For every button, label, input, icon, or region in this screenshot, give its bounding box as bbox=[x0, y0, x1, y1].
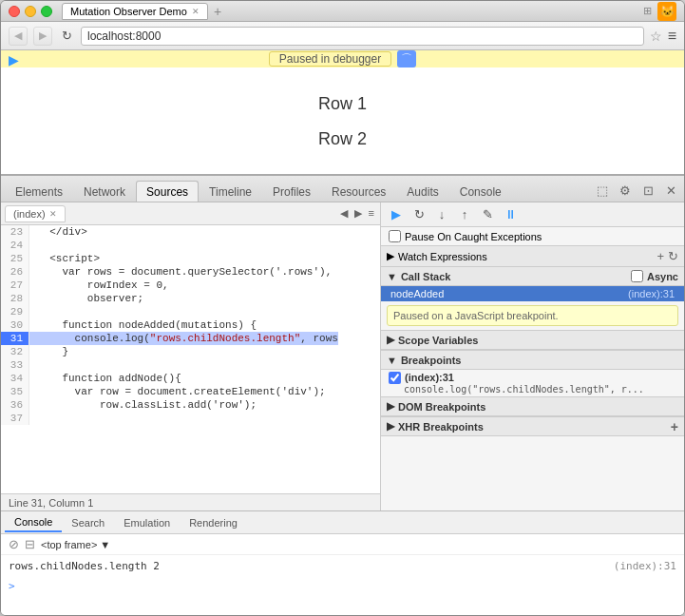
line-number: 28 bbox=[1, 292, 29, 305]
tab-profiles[interactable]: Profiles bbox=[262, 181, 321, 202]
line-content: var row = document.createElement('div'); bbox=[29, 385, 326, 398]
tab-timeline[interactable]: Timeline bbox=[199, 181, 262, 202]
source-tab-close[interactable]: ✕ bbox=[49, 209, 57, 219]
call-stack-section: ▼ Call Stack Async nodeAdded (index):31 … bbox=[381, 267, 684, 331]
line-content: function addNode(){ bbox=[29, 372, 181, 385]
step-over-button[interactable]: ↻ bbox=[409, 206, 428, 223]
line-number: 26 bbox=[1, 265, 29, 279]
tab-title: Mutation Observer Demo bbox=[70, 6, 187, 17]
clear-console-button[interactable]: ⊘ bbox=[9, 537, 19, 551]
step-out-button[interactable]: ↑ bbox=[455, 206, 474, 223]
traffic-lights bbox=[9, 6, 52, 17]
console-output-line: rows.childNodes.length 2 (index):31 bbox=[9, 559, 676, 573]
bookmark-button[interactable]: ☆ bbox=[650, 29, 662, 44]
code-line-29[interactable]: 29 bbox=[1, 305, 380, 318]
code-line-23[interactable]: 23 </div> bbox=[1, 225, 380, 239]
breakpoints-header[interactable]: ▼ Breakpoints bbox=[381, 351, 684, 370]
tab-emulation-bottom[interactable]: Emulation bbox=[114, 514, 180, 531]
pause-button[interactable]: ⏸ bbox=[501, 206, 520, 223]
code-line-25[interactable]: 25 <script> bbox=[1, 252, 380, 265]
code-line-26[interactable]: 26 var rows = document.querySelector('.r… bbox=[1, 265, 380, 279]
breakpoint-checkbox[interactable] bbox=[389, 372, 401, 384]
source-menu-button[interactable]: ≡ bbox=[367, 205, 376, 221]
add-watch-button[interactable]: + bbox=[656, 249, 664, 263]
resume-button[interactable]: ⌒ bbox=[397, 50, 416, 67]
code-line-34[interactable]: 34 function addNode(){ bbox=[1, 372, 380, 385]
line-number: 30 bbox=[1, 318, 29, 332]
tab-elements[interactable]: Elements bbox=[5, 181, 73, 202]
minimize-button[interactable] bbox=[25, 6, 36, 17]
deactivate-button[interactable]: ✎ bbox=[478, 206, 497, 223]
address-bar[interactable]: localhost:8000 bbox=[81, 27, 644, 46]
scope-header[interactable]: ▶ Scope Variables bbox=[381, 331, 684, 350]
source-prev-button[interactable]: ◀ bbox=[338, 205, 350, 221]
watch-expressions-section: ▶ Watch Expressions + ↻ bbox=[381, 246, 684, 267]
filter-console-button[interactable]: ⊟ bbox=[25, 537, 35, 551]
source-next-button[interactable]: ▶ bbox=[352, 205, 364, 221]
frame-label: <top frame> bbox=[41, 539, 97, 550]
code-line-33[interactable]: 33 bbox=[1, 358, 380, 372]
frame-selector[interactable]: <top frame> ▼ bbox=[41, 539, 110, 550]
resume-debug-button[interactable]: ▶ bbox=[387, 206, 406, 223]
pause-on-caught-checkbox[interactable] bbox=[389, 230, 401, 242]
tab-network[interactable]: Network bbox=[73, 181, 136, 202]
console-input[interactable] bbox=[21, 580, 676, 592]
code-line-36[interactable]: 36 row.classList.add('row'); bbox=[1, 398, 380, 412]
line-content bbox=[29, 412, 37, 425]
code-line-27[interactable]: 27 rowIndex = 0, bbox=[1, 279, 380, 292]
devtools-body: (index) ✕ ◀ ▶ ≡ 23 </div>2425 <script>26… bbox=[1, 202, 684, 510]
settings-icon[interactable]: ⚙ bbox=[616, 182, 635, 199]
line-number: 34 bbox=[1, 372, 29, 385]
console-toolbar: ⊘ ⊟ <top frame> ▼ bbox=[1, 534, 684, 555]
new-tab-button[interactable]: + bbox=[214, 4, 221, 19]
refresh-watch-button[interactable]: ↻ bbox=[668, 249, 678, 263]
refresh-button[interactable]: ↻ bbox=[58, 28, 75, 45]
forward-icon: ▶ bbox=[39, 29, 47, 42]
dom-breakpoints-header[interactable]: ▶ DOM Breakpoints bbox=[381, 397, 684, 416]
tab-resources[interactable]: Resources bbox=[321, 181, 396, 202]
tab-console-bottom[interactable]: Console bbox=[5, 513, 62, 532]
dock-icon[interactable]: ⬚ bbox=[593, 182, 612, 199]
async-toggle[interactable]: Async bbox=[631, 270, 678, 282]
frame-arrow: ▼ bbox=[100, 539, 110, 550]
tab-sources[interactable]: Sources bbox=[136, 181, 199, 202]
tab-rendering-bottom[interactable]: Rendering bbox=[180, 514, 247, 531]
call-stack-item-active[interactable]: nodeAdded (index):31 bbox=[381, 286, 684, 301]
xhr-breakpoints-header[interactable]: ▶ XHR Breakpoints + bbox=[381, 417, 684, 436]
code-line-24[interactable]: 24 bbox=[1, 239, 380, 252]
line-number: 32 bbox=[1, 345, 29, 358]
code-line-32[interactable]: 32 } bbox=[1, 345, 380, 358]
code-line-31[interactable]: 31 console.log("rows.childNodes.length",… bbox=[1, 332, 380, 345]
scope-label: Scope Variables bbox=[398, 335, 478, 346]
code-line-37[interactable]: 37 bbox=[1, 412, 380, 425]
cs-item-name: nodeAdded bbox=[390, 288, 444, 299]
step-into-button[interactable]: ↓ bbox=[432, 206, 451, 223]
refresh-icon: ↻ bbox=[62, 29, 72, 43]
forward-button[interactable]: ▶ bbox=[33, 27, 52, 46]
code-editor[interactable]: 23 </div>2425 <script>26 var rows = docu… bbox=[1, 225, 380, 493]
layout-icon[interactable]: ⊡ bbox=[638, 182, 657, 199]
nav-toolbar: ◀ ▶ ↻ localhost:8000 ☆ ≡ bbox=[1, 22, 684, 50]
xhr-bp-label: XHR Breakpoints bbox=[398, 421, 484, 433]
tab-console[interactable]: Console bbox=[449, 181, 512, 202]
tab-search-bottom[interactable]: Search bbox=[62, 514, 114, 531]
tab-close-button[interactable]: ✕ bbox=[192, 7, 200, 16]
tab-audits[interactable]: Audits bbox=[396, 181, 448, 202]
code-line-30[interactable]: 30 function nodeAdded(mutations) { bbox=[1, 318, 380, 332]
code-line-28[interactable]: 28 observer; bbox=[1, 292, 380, 305]
close-button[interactable] bbox=[9, 6, 20, 17]
maximize-button[interactable] bbox=[41, 6, 52, 17]
code-line-35[interactable]: 35 var row = document.createElement('div… bbox=[1, 385, 380, 398]
watch-expressions-header[interactable]: ▶ Watch Expressions + ↻ bbox=[381, 246, 684, 266]
menu-button[interactable]: ≡ bbox=[668, 28, 676, 45]
source-file-tab[interactable]: (index) ✕ bbox=[5, 205, 66, 222]
back-button[interactable]: ◀ bbox=[9, 27, 28, 46]
cat-icon: 🐱 bbox=[657, 2, 676, 21]
call-stack-header[interactable]: ▼ Call Stack Async bbox=[381, 267, 684, 286]
async-label: Async bbox=[647, 271, 678, 282]
browser-tab[interactable]: Mutation Observer Demo ✕ bbox=[62, 3, 208, 20]
close-devtools-icon[interactable]: ✕ bbox=[661, 182, 680, 199]
add-xhr-bp-button[interactable]: + bbox=[671, 419, 678, 434]
async-checkbox[interactable] bbox=[631, 270, 643, 282]
bp-arrow: ▼ bbox=[387, 355, 397, 366]
